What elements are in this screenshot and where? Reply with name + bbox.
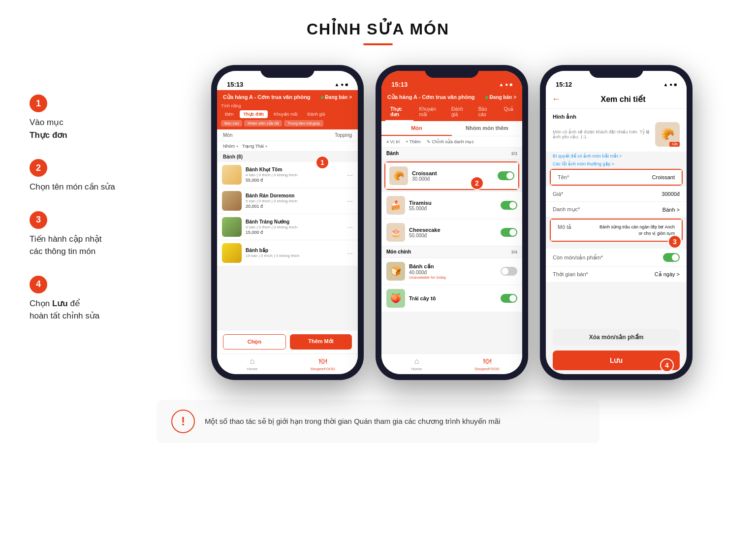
phone-1: 15:13 ▲ ● ■ Cửa hàng A - Cơm trua văn ph…	[211, 65, 364, 380]
p3-toggle-conmon[interactable]	[663, 253, 680, 262]
p1-subtab-trungtam[interactable]: Trung tâm trợ giúp	[284, 120, 323, 127]
p3-image-section: Hình ảnh Món có ảnh sẽ được khách đặt nh…	[546, 109, 687, 152]
phone-3-notch	[589, 65, 643, 78]
p3-delete-button[interactable]: Xóa món/sản phẩm	[553, 329, 680, 346]
p1-subtab-baocao[interactable]: Báo cáo	[221, 120, 242, 127]
p2-store-status: Đang bán >	[485, 95, 516, 100]
step-4-text: Chọn Lưu đểhoàn tất chỉnh sửa	[30, 297, 158, 322]
p1-section-mon[interactable]: Món	[223, 132, 232, 138]
p1-item-meta-2: 4 bán | 0 thích | 0 không thích	[246, 225, 343, 229]
p1-section-topping[interactable]: Topping	[335, 132, 352, 138]
p3-back-button[interactable]: ←	[552, 94, 561, 104]
p2-action-them[interactable]: + Thêm	[406, 139, 421, 144]
p1-filter-nhom[interactable]: Nhóm ▾	[223, 144, 238, 149]
p2-item-img-cheesecake: 🎂	[386, 223, 405, 242]
p3-category-field[interactable]: Danh mục* Bánh >	[546, 202, 687, 218]
p1-item-img-2	[222, 217, 242, 237]
steps-panel: 1 Vào mụcThực đơn 2 Chọn tên món cần sửa…	[30, 65, 158, 340]
p1-group-title: Bánh (8)	[217, 152, 358, 162]
p2-item-img-banhcan: 🍞	[386, 262, 405, 281]
p3-tip2-link[interactable]: Các lỗi ảnh món thường gặp >	[546, 160, 687, 168]
p2-time: 15:13	[391, 81, 408, 88]
step-1-badge: 1	[30, 95, 47, 112]
p1-nav-shopeefood[interactable]: 🍽 ShopeeFOOD	[287, 357, 358, 371]
p1-item-2[interactable]: Bánh Tráng Nướng 4 bán | 0 thích | 0 khô…	[217, 214, 358, 240]
p2-item-name-croissant: Croissant	[412, 170, 494, 176]
p1-tab-danhgia[interactable]: Đánh giá	[304, 110, 329, 118]
p1-time: 15:13	[227, 81, 243, 88]
p2-store-name: Cửa hàng A - Cơm trua văn phòng	[387, 94, 475, 100]
p2-tab-khuyenmai[interactable]: Khuyến mãi	[414, 103, 445, 121]
p1-tab-don[interactable]: Đơn	[221, 110, 238, 118]
p3-mota-field[interactable]: Mô tả Bánh sừng trâu cán ngàn lớp bơ Anc…	[551, 220, 682, 241]
p2-toggle-croissant[interactable]	[498, 171, 514, 180]
p2-toggle-traicayto[interactable]	[501, 294, 517, 303]
p2-inner-tab-nhommon[interactable]: Nhóm món thêm	[452, 121, 522, 136]
p2-actions: ≡ Vị trí + Thêm ✎ Chỉnh sửa danh mục	[381, 136, 522, 148]
p1-btn-them-moi[interactable]: Thêm Mới	[290, 334, 352, 350]
p1-item-dots-1[interactable]: ···	[347, 197, 353, 205]
step-1-text: Vào mụcThực đơn	[30, 116, 158, 141]
p2-item-name-tiramisu: Tiramisu	[409, 200, 497, 206]
p1-item-info-0: Bánh Khọt Tôm 4 bán | 0 thích | 0 không …	[246, 167, 343, 183]
p2-group-banh-name: Bánh	[386, 151, 399, 156]
p2-item-traicayto[interactable]: 🍑 Trái cây tô	[381, 285, 522, 312]
p1-tab-thucdon[interactable]: Thực đơn	[240, 110, 268, 118]
p3-value-price: 30000đ	[592, 191, 680, 197]
p1-status-icons: ▲ ● ■	[334, 82, 348, 87]
p3-image-edit-btn[interactable]: Sửa	[669, 142, 680, 147]
p2-inner-tab-mon[interactable]: Món	[381, 121, 452, 136]
p2-food-icon: 🍽	[483, 357, 491, 366]
notice-text: Một số thao tác sẽ bị giới hạn trong thờ…	[205, 415, 500, 427]
p3-toggle-label: Còn món/sản phẩm*	[553, 255, 663, 261]
p1-tab-khuyenmai[interactable]: Khuyến mãi	[270, 110, 302, 118]
p2-home-icon: ⌂	[414, 357, 419, 366]
p3-mota-field-wrap: Mô tả Bánh sừng trâu cán ngàn lớp bơ Anc…	[550, 219, 683, 242]
step-3: 3 Tiến hành cập nhậtcác thông tin món	[30, 211, 158, 258]
p2-tab-baocao[interactable]: Báo cáo	[473, 103, 498, 121]
p2-action-chinhsua[interactable]: ✎ Chỉnh sửa danh mục	[427, 139, 474, 144]
p3-tip1-link[interactable]: Bí quyết để có ảnh món bắt mắt >	[546, 152, 687, 160]
p2-toggle-cheesecake[interactable]	[501, 228, 517, 237]
page-title: CHỈNH SỬA MÓN	[30, 20, 726, 38]
p2-item-tiramisu[interactable]: 🍰 Tiramisu 55.000đ	[381, 192, 522, 219]
p1-item-meta-3: 19 bán | 0 thích | 0 không thích	[246, 254, 343, 258]
step-1: 1 Vào mụcThực đơn	[30, 95, 158, 141]
p1-nav-home[interactable]: ⌂ Home	[217, 357, 287, 371]
p1-item-0[interactable]: Bánh Khọt Tôm 4 bán | 0 thích | 0 không …	[217, 162, 358, 188]
p1-item-dots-0[interactable]: ···	[347, 171, 353, 179]
p1-filter-status[interactable]: Trạng Thái ▾	[242, 144, 267, 149]
p2-action-vitri[interactable]: ≡ Vị trí	[386, 139, 400, 144]
p3-time-field[interactable]: Thời gian bán* Cả ngày >	[546, 267, 687, 283]
step-4: 4 Chọn Lưu đểhoàn tất chỉnh sửa	[30, 276, 158, 322]
p1-subtab-nhanvien[interactable]: Nhân viên sửa tối	[244, 120, 282, 127]
p2-toggle-tiramisu[interactable]	[501, 201, 517, 210]
p2-item-banhcan[interactable]: 🍞 Bánh cần 40.000đ Unavailable for today	[381, 258, 522, 285]
p3-name-field[interactable]: Tên* Croissant	[551, 170, 682, 185]
p1-filter-row: Nhóm ▾ Trạng Thái ▾	[217, 141, 358, 152]
p3-value-mota: Bánh sừng trâu cán ngàn lớp bơ Anch or c…	[597, 224, 675, 236]
p2-tab-thucdon[interactable]: Thực đơn	[385, 103, 413, 121]
p2-item-cheesecake[interactable]: 🎂 Cheesecake 50.000đ	[381, 219, 522, 246]
p1-item-dots-2[interactable]: ···	[347, 223, 353, 231]
p1-item-dots-3[interactable]: ···	[347, 249, 353, 257]
p2-item-croissant-inner[interactable]: 🥐 Croissant 30.000đ	[385, 162, 518, 189]
p1-btn-chon[interactable]: Chọn	[223, 334, 286, 350]
p2-item-img-tiramisu: 🍰	[386, 196, 405, 215]
p2-toggle-banhcan[interactable]	[501, 267, 517, 276]
p3-price-field[interactable]: Giá* 30000đ	[546, 187, 687, 202]
p2-nav-home[interactable]: ⌂ Home	[381, 357, 452, 371]
p1-store-status: Đang bán >	[321, 95, 352, 100]
p2-tab-qua[interactable]: Quả	[499, 103, 518, 121]
p1-item-info-3: Bánh bắp 19 bán | 0 thích | 0 không thíc…	[246, 248, 343, 258]
p2-nav-shopeefood[interactable]: 🍽 ShopeeFOOD	[452, 357, 522, 371]
p2-item-croissant[interactable]: 🥐 Croissant 30.000đ	[384, 161, 519, 190]
p1-item-3[interactable]: Bánh bắp 19 bán | 0 thích | 0 không thíc…	[217, 240, 358, 266]
p3-status-icons: ▲ ● ■	[663, 82, 677, 87]
p1-item-1[interactable]: Bánh Rán Doremonn 5 bán | 0 thích | 0 kh…	[217, 188, 358, 214]
p2-item-price-cheesecake: 50.000đ	[409, 233, 497, 238]
p3-label-category: Danh mục*	[553, 206, 592, 213]
p3-image-desc: Món có ảnh sẽ được khách đặt nhiều hơn. …	[553, 129, 655, 139]
p3-label-time: Thời gian bán*	[553, 271, 592, 278]
p2-tab-danhgia[interactable]: Đánh giá	[446, 103, 472, 121]
